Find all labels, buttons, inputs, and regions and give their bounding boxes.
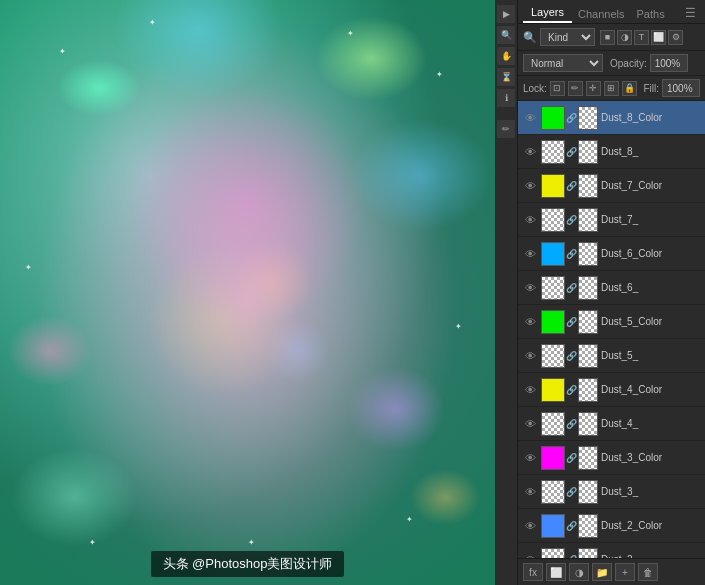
layer-item[interactable]: 👁🔗Dust_8_ (518, 135, 705, 169)
type-filter-icon[interactable]: T (634, 30, 649, 45)
hand-icon[interactable]: ✋ (497, 47, 515, 65)
layer-item[interactable]: 👁🔗Dust_8_Color (518, 101, 705, 135)
layer-item[interactable]: 👁🔗Dust_5_ (518, 339, 705, 373)
watermark: 头条 @Photoshop美图设计师 (151, 551, 345, 577)
layer-thumb-container: 🔗 (541, 344, 598, 368)
fx-button[interactable]: fx (523, 563, 543, 581)
opacity-value[interactable]: 100% (650, 54, 688, 72)
smart-filter-icon[interactable]: ⚙ (668, 30, 683, 45)
layer-item[interactable]: 👁🔗Dust_3_ (518, 475, 705, 509)
layer-mask-thumb (578, 480, 598, 504)
layer-chain-icon: 🔗 (566, 487, 577, 497)
add-mask-button[interactable]: ⬜ (546, 563, 566, 581)
new-layer-button[interactable]: + (615, 563, 635, 581)
pixel-filter-icon[interactable]: ■ (600, 30, 615, 45)
lock-pixels-icon[interactable]: ✏ (568, 81, 583, 96)
layer-visibility-toggle[interactable]: 👁 (522, 110, 538, 126)
layer-checker-thumb (541, 140, 565, 164)
layer-visibility-toggle[interactable]: 👁 (522, 416, 538, 432)
blend-mode-select[interactable]: Normal (523, 54, 603, 72)
layer-item[interactable]: 👁🔗Dust_5_Color (518, 305, 705, 339)
info-icon[interactable]: ℹ (497, 89, 515, 107)
adjust-filter-icon[interactable]: ◑ (617, 30, 632, 45)
layer-mask-thumb (578, 106, 598, 130)
layer-checker-thumb (541, 548, 565, 559)
sparkles-layer: ✦ ✦ ✦ ✦ ✦ ✦ ✦ ✦ ✦ (0, 0, 495, 585)
lock-transparent-icon[interactable]: ⊡ (550, 81, 565, 96)
shape-filter-icon[interactable]: ⬜ (651, 30, 666, 45)
layer-thumb-container: 🔗 (541, 378, 598, 402)
tab-paths[interactable]: Paths (631, 4, 671, 23)
layer-name: Dust_7_ (601, 214, 701, 225)
layer-name: Dust_3_Color (601, 452, 701, 463)
layer-thumb-container: 🔗 (541, 412, 598, 436)
lock-label: Lock: (523, 83, 547, 94)
edit-icon[interactable]: ✏ (497, 120, 515, 138)
layer-chain-icon: 🔗 (566, 317, 577, 327)
layer-mask-thumb (578, 412, 598, 436)
layer-item[interactable]: 👁🔗Dust_2_Color (518, 509, 705, 543)
layer-visibility-toggle[interactable]: 👁 (522, 212, 538, 228)
layer-mask-thumb (578, 514, 598, 538)
panel-menu-button[interactable]: ☰ (681, 2, 700, 23)
tab-channels[interactable]: Channels (572, 4, 630, 23)
layer-visibility-toggle[interactable]: 👁 (522, 518, 538, 534)
tab-layers[interactable]: Layers (523, 2, 572, 23)
zoom-icon[interactable]: 🔍 (497, 26, 515, 44)
layer-chain-icon: 🔗 (566, 147, 577, 157)
layer-color-thumb (541, 310, 565, 334)
layer-color-thumb (541, 174, 565, 198)
layer-checker-thumb (541, 344, 565, 368)
layer-chain-icon: 🔗 (566, 249, 577, 259)
layer-mask-thumb (578, 174, 598, 198)
layer-visibility-toggle[interactable]: 👁 (522, 382, 538, 398)
layer-item[interactable]: 👁🔗Dust_4_ (518, 407, 705, 441)
layer-name: Dust_5_ (601, 350, 701, 361)
opacity-label: Opacity: (610, 58, 647, 69)
layer-item[interactable]: 👁🔗Dust_2_ (518, 543, 705, 558)
layer-item[interactable]: 👁🔗Dust_4_Color (518, 373, 705, 407)
photo-background: ✦ ✦ ✦ ✦ ✦ ✦ ✦ ✦ ✦ (0, 0, 495, 585)
layer-visibility-toggle[interactable]: 👁 (522, 484, 538, 500)
layer-visibility-toggle[interactable]: 👁 (522, 144, 538, 160)
layer-visibility-toggle[interactable]: 👁 (522, 348, 538, 364)
layer-color-thumb (541, 378, 565, 402)
layer-item[interactable]: 👁🔗Dust_3_Color (518, 441, 705, 475)
layer-item[interactable]: 👁🔗Dust_6_ (518, 271, 705, 305)
layer-item[interactable]: 👁🔗Dust_7_ (518, 203, 705, 237)
kind-select[interactable]: Kind (540, 28, 595, 46)
layer-chain-icon: 🔗 (566, 453, 577, 463)
layer-item[interactable]: 👁🔗Dust_6_Color (518, 237, 705, 271)
layer-mask-thumb (578, 310, 598, 334)
layer-mask-thumb (578, 446, 598, 470)
layer-thumb-container: 🔗 (541, 242, 598, 266)
layer-visibility-toggle[interactable]: 👁 (522, 246, 538, 262)
layer-name: Dust_8_ (601, 146, 701, 157)
layer-chain-icon: 🔗 (566, 351, 577, 361)
lock-artboard-icon[interactable]: ⊞ (604, 81, 619, 96)
layer-item[interactable]: 👁🔗Dust_7_Color (518, 169, 705, 203)
lock-position-icon[interactable]: ✛ (586, 81, 601, 96)
layer-visibility-toggle[interactable]: 👁 (522, 450, 538, 466)
arrow-tool-icon[interactable]: ▶ (497, 5, 515, 23)
adjustment-button[interactable]: ◑ (569, 563, 589, 581)
panel-tabs: Layers Channels Paths ☰ (518, 0, 705, 24)
sparkle: ✦ (406, 515, 413, 524)
layer-mask-thumb (578, 344, 598, 368)
layer-visibility-toggle[interactable]: 👁 (522, 280, 538, 296)
lock-all-icon[interactable]: 🔒 (622, 81, 637, 96)
layer-name: Dust_6_ (601, 282, 701, 293)
delete-layer-button[interactable]: 🗑 (638, 563, 658, 581)
layer-visibility-toggle[interactable]: 👁 (522, 178, 538, 194)
layer-visibility-toggle[interactable]: 👁 (522, 314, 538, 330)
sparkle: ✦ (149, 18, 156, 27)
fill-value[interactable]: 100% (662, 79, 700, 97)
sparkle: ✦ (347, 29, 354, 38)
lock-icons: ⊡ ✏ ✛ ⊞ 🔒 (550, 81, 637, 96)
layer-thumb-container: 🔗 (541, 310, 598, 334)
layer-color-thumb (541, 446, 565, 470)
eyedropper-icon[interactable]: ⌛ (497, 68, 515, 86)
group-button[interactable]: 📁 (592, 563, 612, 581)
sparkle: ✦ (436, 70, 443, 79)
layer-thumb-container: 🔗 (541, 140, 598, 164)
